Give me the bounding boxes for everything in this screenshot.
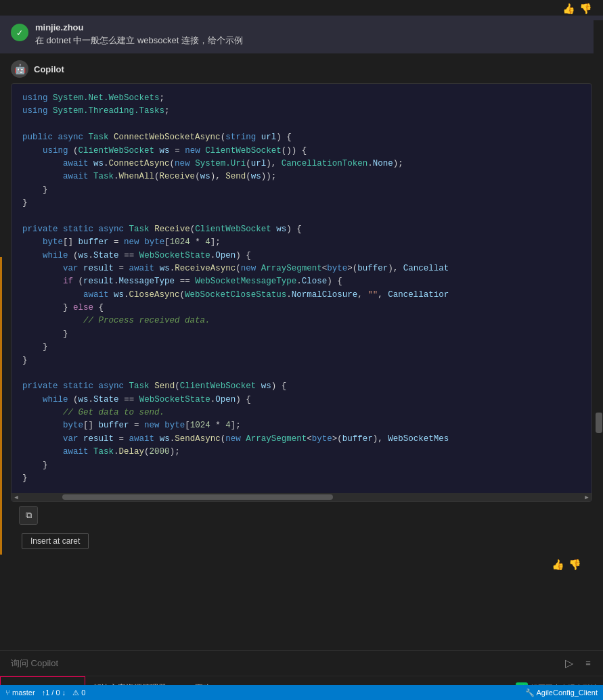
copilot-name-label: Copilot	[34, 64, 64, 74]
chat-input-field[interactable]	[5, 658, 560, 668]
code-horizontal-scrollbar[interactable]: ◀ ▶	[12, 493, 591, 501]
thumbdown-icon[interactable]: 👎	[568, 559, 581, 571]
copilot-message-block: 🤖 Copilot using System.Net.WebSockets; u…	[0, 53, 603, 584]
sync-status[interactable]: ↑1 / 0 ↓	[42, 689, 66, 697]
error-count[interactable]: ⚠ 0	[72, 689, 85, 697]
send-icon: ▷	[565, 657, 573, 670]
copilot-avatar: 🤖	[11, 60, 28, 78]
project-name: 🔧 AgileConfig_Client	[525, 689, 598, 697]
left-accent-bar	[0, 257, 2, 555]
menu-icon: ≡	[585, 658, 591, 668]
copy-icon: ⧉	[26, 511, 32, 521]
chat-input-bar: ▷ ≡	[0, 650, 603, 676]
branch-icon: ⑂	[5, 689, 10, 697]
code-scroll-area[interactable]: using System.Net.WebSockets; using Syste…	[12, 84, 591, 493]
user-avatar: ✓	[11, 24, 28, 41]
code-block: using System.Net.WebSockets; using Syste…	[11, 83, 592, 502]
user-info: minjie.zhou 在 dotnet 中一般怎么建立 websocket 连…	[35, 22, 243, 47]
user-question: 在 dotnet 中一般怎么建立 websocket 连接，给个示例	[35, 34, 243, 47]
user-message-block: ✓ minjie.zhou 在 dotnet 中一般怎么建立 websocket…	[0, 16, 603, 53]
git-branch[interactable]: ⑂ master	[5, 689, 35, 697]
copy-code-button[interactable]: ⧉	[19, 506, 38, 525]
right-scrollbar-thumb[interactable]	[596, 413, 602, 433]
copilot-avatar-icon: 🤖	[14, 64, 26, 75]
send-button[interactable]: ▷	[560, 654, 579, 673]
copilot-header: 🤖 Copilot	[11, 60, 592, 78]
menu-button[interactable]: ≡	[579, 654, 598, 673]
insert-at-caret-button[interactable]: Insert at caret	[22, 533, 89, 549]
code-content: using System.Net.WebSockets; using Syste…	[12, 92, 591, 485]
action-buttons-area: Insert at caret	[11, 529, 592, 556]
vscode-status-bar: ⑂ master ↑1 / 0 ↓ ⚠ 0 🔧 AgileConfig_Clie…	[0, 685, 603, 700]
top-feedback-area: 👍 👎	[0, 0, 603, 16]
scrollbar-left-arrow[interactable]: ◀	[12, 493, 21, 501]
user-name: minjie.zhou	[35, 22, 243, 32]
thumbup-icon[interactable]: 👍	[552, 559, 564, 571]
copy-button-area: ⧉	[11, 502, 592, 529]
right-scrollbar[interactable]	[594, 20, 603, 650]
avatar-check-icon: ✓	[17, 27, 22, 39]
scrollbar-thumb[interactable]	[62, 494, 333, 500]
feedback-area: 👍 👎	[11, 556, 592, 577]
scrollbar-right-arrow[interactable]: ▶	[582, 493, 591, 501]
top-thumbdown-icon[interactable]: 👎	[579, 3, 592, 16]
top-thumbup-icon[interactable]: 👍	[562, 3, 575, 16]
